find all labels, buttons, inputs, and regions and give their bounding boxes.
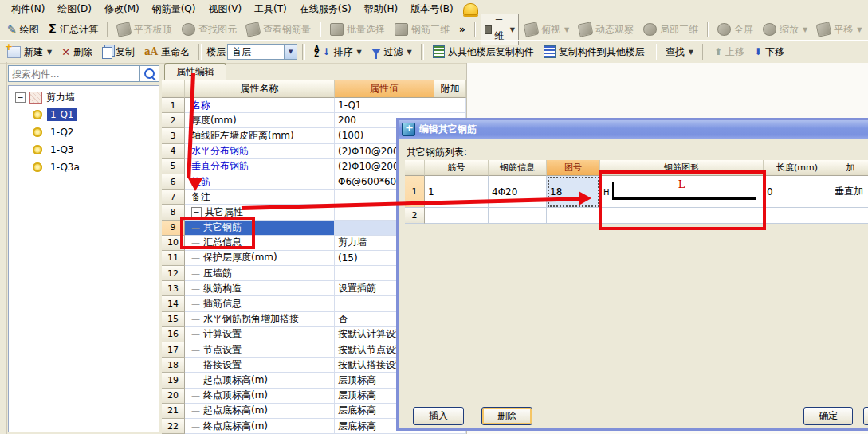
- delete-button[interactable]: 删除: [481, 407, 532, 425]
- row-number: 13: [162, 281, 185, 296]
- header-row-number: [162, 80, 185, 98]
- move-down-button[interactable]: ⬇下移: [750, 44, 788, 61]
- menu-item[interactable]: 在线服务(S): [293, 0, 358, 18]
- row-number-cell[interactable]: 1: [405, 176, 425, 208]
- menu-item[interactable]: 视图(V): [202, 0, 248, 18]
- toolbar-edit: 新建▼ ✕删除 复制 aA重命名 楼层 首层 ▼ AZ↓排序▼ 过滤▼ 从其他楼…: [0, 40, 868, 64]
- menu-item[interactable]: 帮助(H): [358, 0, 404, 18]
- row-number: 18: [162, 358, 185, 373]
- rename-button[interactable]: aA重命名: [140, 44, 194, 61]
- tree-item-1-Q2[interactable]: 1-Q2: [9, 123, 159, 141]
- new-button[interactable]: 新建▼: [3, 44, 56, 61]
- rebar-shape-cell[interactable]: H L: [600, 176, 764, 208]
- component-tree: − 剪力墙 1-Q11-Q21-Q31-Q3a: [8, 85, 159, 432]
- tree-item-1-Q1[interactable]: 1-Q1: [9, 106, 159, 123]
- collapse-box-icon[interactable]: −: [191, 207, 202, 217]
- partial-3d-icon: [643, 23, 657, 36]
- collapse-box-icon[interactable]: −: [15, 92, 26, 103]
- tab-property-edit[interactable]: 属性编辑: [164, 63, 226, 80]
- property-name: —终点顶标高(m): [185, 389, 335, 404]
- separator: [198, 44, 202, 60]
- property-value[interactable]: 1-Q1: [335, 98, 434, 113]
- dialog-title-bar[interactable]: 编辑其它钢筋: [399, 120, 868, 139]
- row-number: 1: [162, 98, 185, 113]
- menu-item[interactable]: 工具(T): [248, 0, 293, 18]
- extra-cell[interactable]: 垂直加: [831, 176, 868, 208]
- separator: [702, 44, 705, 60]
- tree-item-1-Q3a[interactable]: 1-Q3a: [9, 158, 159, 176]
- property-name-label: 名称: [191, 99, 210, 112]
- tree-root-shear-wall[interactable]: − 剪力墙: [9, 86, 159, 106]
- length-cell[interactable]: [764, 208, 831, 224]
- menu-item[interactable]: 绘图(D): [51, 0, 98, 18]
- menu-item[interactable]: 版本号(B): [404, 0, 460, 18]
- length-cell[interactable]: 0: [764, 176, 831, 208]
- copy-from-other-floor-button[interactable]: 从其他楼层复制构件: [429, 44, 538, 61]
- top-view-button: 俯视▼: [520, 22, 573, 38]
- pan-icon: [816, 22, 832, 37]
- component-sidebar: − 剪力墙 1-Q11-Q21-Q31-Q3a: [8, 65, 159, 432]
- rebar-3d-button: 钢筋三维: [391, 22, 454, 38]
- find-button[interactable]: 查找▼: [662, 44, 697, 61]
- tree-line-icon: —: [191, 222, 200, 233]
- copy-to-other-floor-button[interactable]: 复制构件到其他楼层: [540, 44, 649, 61]
- ok-button[interactable]: 确定: [803, 407, 853, 425]
- separator: [707, 22, 709, 37]
- bar-no-cell[interactable]: [425, 208, 489, 224]
- property-name-label: 计算设置: [203, 327, 242, 341]
- diagram-no-cell[interactable]: [547, 208, 600, 224]
- property-name: —其它钢筋: [185, 221, 335, 236]
- extra-cell[interactable]: [831, 208, 868, 224]
- binoculars-icon: [182, 23, 195, 36]
- partial-button-cutoff[interactable]: [863, 407, 868, 425]
- tree-item-1-Q3[interactable]: 1-Q3: [9, 141, 159, 158]
- menu-item[interactable]: 钢筋量(Q): [146, 0, 202, 18]
- property-name: —终点底标高(m): [185, 419, 335, 434]
- menu-item[interactable]: 构件(N): [5, 0, 51, 18]
- search-input[interactable]: [8, 65, 140, 82]
- property-name: —搭接设置: [185, 358, 335, 373]
- rebar-3d-icon: [395, 23, 408, 36]
- tree-item-label: 1-Q1: [47, 108, 77, 121]
- row-number-cell[interactable]: 2: [405, 208, 425, 224]
- floor-select[interactable]: 首层 ▼: [227, 44, 297, 60]
- rebar-info-cell[interactable]: [489, 208, 547, 224]
- property-name-label: 备注: [191, 190, 210, 204]
- delete-button[interactable]: ✕删除: [57, 44, 96, 61]
- insert-button[interactable]: 插入: [413, 407, 464, 425]
- rebar-info-cell[interactable]: 4Φ20: [489, 176, 547, 208]
- tree-item-label: 1-Q3a: [47, 161, 83, 174]
- separator: [320, 22, 321, 37]
- menu-items: 构件(N)绘图(D)修改(M)钢筋量(Q)视图(V)工具(T)在线服务(S)帮助…: [5, 0, 460, 18]
- tree-line-icon: —: [191, 345, 200, 355]
- sum-calc-button[interactable]: Σ汇总计算: [45, 22, 102, 38]
- draw-button[interactable]: ✎绘图: [3, 22, 43, 38]
- header-rebar-info: 钢筋信息: [489, 160, 547, 176]
- toolbar-view: ✎绘图 Σ汇总计算 平齐板顶 查找图元 查看钢筋量 批量选择 钢筋三维 » 二维…: [0, 18, 868, 41]
- diagram-no-cell-selected[interactable]: 18: [547, 176, 600, 208]
- header-length: 长度(mm): [764, 160, 831, 176]
- sort-button[interactable]: AZ↓排序▼: [310, 44, 365, 61]
- separator: [474, 22, 476, 37]
- header-rebar-shape: 钢筋图形: [600, 160, 764, 176]
- property-extra-checkbox-cell[interactable]: [434, 98, 466, 113]
- partial-3d-button: 局部三维: [639, 22, 702, 38]
- application-window: 构件(N)绘图(D)修改(M)钢筋量(Q)视图(V)工具(T)在线服务(S)帮助…: [0, 0, 868, 434]
- menu-item[interactable]: 修改(M): [98, 0, 146, 18]
- search-button[interactable]: [140, 65, 159, 82]
- row-number: 19: [162, 373, 185, 388]
- dock-edge: [0, 62, 7, 434]
- row-number: 21: [162, 404, 185, 419]
- property-row-1[interactable]: 1名称1-Q1: [162, 98, 466, 113]
- rebar-shape-cell[interactable]: [600, 208, 764, 224]
- row-number: 22: [162, 419, 185, 434]
- header-extra-partial: 加: [831, 160, 868, 176]
- filter-button[interactable]: 过滤▼: [367, 44, 416, 61]
- toolbar-overflow-button[interactable]: »: [455, 22, 469, 37]
- property-name: —保护层厚度(mm): [185, 251, 335, 266]
- bar-no-cell[interactable]: 1: [425, 176, 489, 208]
- header-property-value: 属性值: [335, 80, 434, 98]
- tree-line-icon: —: [191, 375, 200, 385]
- row-number: 7: [162, 190, 185, 205]
- copy-button[interactable]: 复制: [98, 43, 139, 61]
